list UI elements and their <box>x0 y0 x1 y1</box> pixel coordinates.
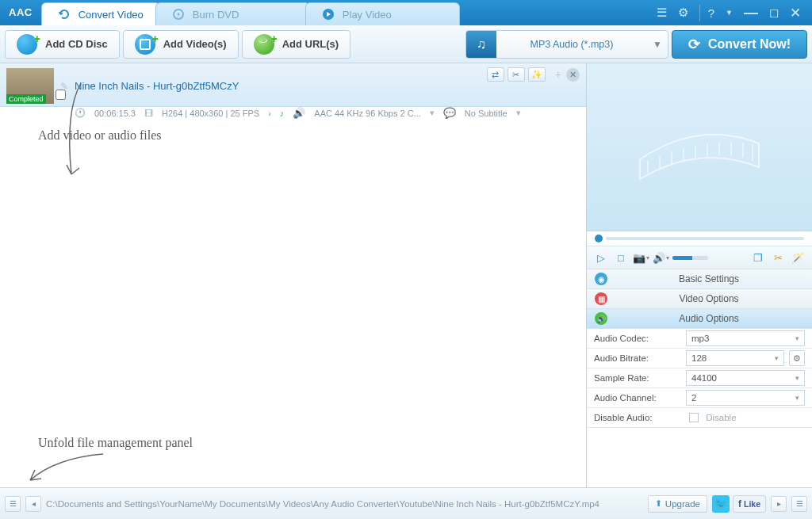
play-small-icon: ♪ <box>280 109 285 118</box>
media-controls: ▷ □ 📷 🔊 ❐ ✂ 🪄 <box>587 246 812 269</box>
chevron-down-icon[interactable]: ▼ <box>722 7 736 18</box>
stop-icon[interactable]: □ <box>613 250 629 265</box>
button-label: Convert Now! <box>708 37 791 52</box>
tab-burn-dvd[interactable]: Burn DVD <box>155 2 310 25</box>
progress-row <box>587 231 812 246</box>
video-meta: H264 | 480x360 | 25 FPS <box>162 109 259 118</box>
main-area: Completed ✎ Nine Inch Nails - Hurt-g0bZt… <box>0 63 812 487</box>
file-list-panel: Completed ✎ Nine Inch Nails - Hurt-g0bZt… <box>0 63 587 487</box>
remove-icon[interactable]: ✕ <box>566 68 580 82</box>
progress-handle[interactable] <box>595 235 603 242</box>
sample-rate-select[interactable]: 44100▾ <box>686 370 805 386</box>
plus-icon[interactable]: + <box>555 68 561 81</box>
audio-channel-row: Audio Channel: 2▾ <box>587 388 812 408</box>
right-panel: ▷ □ 📷 🔊 ❐ ✂ 🪄 ◉ Basic Settings ▦ Video O… <box>587 63 812 487</box>
annotation-arrow-2 <box>24 450 111 486</box>
disable-audio-checkbox[interactable] <box>689 413 699 422</box>
status-bar: ☰ ◂ C:\Documents and Settings\YourName\M… <box>0 487 812 519</box>
close-icon[interactable]: ✕ <box>787 3 804 23</box>
speaker-icon: 🔊 <box>595 312 607 325</box>
refresh-icon: ⟳ <box>688 36 700 53</box>
help-icon[interactable]: ? <box>699 5 718 21</box>
cut-icon[interactable]: ✂ <box>508 67 525 82</box>
sample-rate-row: Sample Rate: 44100▾ <box>587 368 812 388</box>
app-logo: AAC <box>0 0 41 25</box>
next-icon[interactable]: ▸ <box>771 496 787 512</box>
copy-icon[interactable]: ❐ <box>750 250 766 265</box>
subtitle-icon: 💬 <box>443 107 456 119</box>
gear-icon[interactable]: ⚙ <box>789 350 805 366</box>
duration: 00:06:15.3 <box>94 109 136 118</box>
output-format-select[interactable]: ♫ MP3 Audio (*.mp3) ▼ <box>465 30 668 59</box>
upgrade-button[interactable]: ⬆ Upgrade <box>648 495 707 513</box>
social-buttons: 🐦 f Like <box>712 495 766 513</box>
chevron-down-icon: ▼ <box>647 39 668 50</box>
tab-label: Convert Video <box>79 9 144 21</box>
audio-codec-select[interactable]: mp3▾ <box>686 330 805 346</box>
film-plus-icon <box>135 34 155 55</box>
format-value: MP3 Audio (*.mp3) <box>496 39 647 50</box>
video-options-tab[interactable]: ▦ Video Options <box>587 289 812 309</box>
list-icon[interactable]: ☰ <box>653 4 670 21</box>
panel-toggle-right-icon[interactable]: ☰ <box>791 496 807 512</box>
music-note-icon: ♫ <box>466 31 496 58</box>
progress-track[interactable] <box>606 237 804 240</box>
audio-options-tab[interactable]: 🔊 Audio Options <box>587 309 812 329</box>
tab-convert-video[interactable]: Convert Video <box>41 2 160 25</box>
tab-play-video[interactable]: Play Video <box>305 2 460 25</box>
status-badge: Completed <box>6 94 46 104</box>
chevron-down-icon[interactable]: ▾ <box>430 108 435 118</box>
checkbox-label: Disable <box>706 413 736 422</box>
panel-toggle-icon[interactable]: ☰ <box>5 496 21 512</box>
disc-plus-icon <box>17 34 37 55</box>
audio-channel-select[interactable]: 2▾ <box>686 390 805 406</box>
film-roll-icon <box>632 112 767 183</box>
window-controls: ☰ ⚙ ? ▼ — ◻ ✕ <box>653 0 812 25</box>
speaker-icon: 🔊 <box>293 107 305 119</box>
audio-bitrate-row: Audio Bitrate: 128▾ ⚙ <box>587 349 812 368</box>
convert-now-button[interactable]: ⟳ Convert Now! <box>672 30 807 59</box>
setting-label: Sample Rate: <box>594 373 681 383</box>
twitter-icon[interactable]: 🐦 <box>712 495 730 513</box>
chevron-down-icon[interactable]: ▾ <box>516 108 521 118</box>
minimize-icon[interactable]: — <box>741 3 761 23</box>
audio-meta: AAC 44 KHz 96 Kbps 2 C... <box>314 109 421 118</box>
disc-icon <box>172 8 185 21</box>
tab-label: Audio Options <box>614 313 804 324</box>
audio-codec-row: Audio Codec: mp3▾ <box>587 329 812 349</box>
button-label: Upgrade <box>665 499 700 509</box>
film-icon: ▦ <box>595 292 607 305</box>
button-label: Add URL(s) <box>282 38 339 50</box>
add-videos-button[interactable]: Add Video(s) <box>123 30 239 59</box>
setting-label: Audio Bitrate: <box>594 353 681 363</box>
swap-icon[interactable]: ⇄ <box>487 67 504 82</box>
button-label: Like <box>744 499 760 509</box>
tab-label: Video Options <box>614 293 804 304</box>
prev-icon[interactable]: ◂ <box>25 496 41 512</box>
preview-pane <box>587 63 812 231</box>
basic-settings-tab[interactable]: ◉ Basic Settings <box>587 269 812 289</box>
film-icon: 🎞 <box>144 109 153 118</box>
annotation-add-files: Add video or audio files <box>38 128 162 143</box>
wand-icon[interactable]: 🪄 <box>790 250 806 265</box>
button-label: Add CD Disc <box>45 38 108 50</box>
snapshot-icon[interactable]: 📷 <box>633 250 649 265</box>
globe-plus-icon <box>254 34 274 55</box>
add-cd-disc-button[interactable]: Add CD Disc <box>5 30 120 59</box>
svg-point-1 <box>177 13 179 16</box>
audio-bitrate-select[interactable]: 128▾ <box>686 350 784 366</box>
play-icon[interactable]: ▷ <box>593 250 609 265</box>
subtitle-text: No Subtitle <box>465 109 508 118</box>
setting-label: Disable Audio: <box>594 413 681 422</box>
add-urls-button[interactable]: Add URL(s) <box>242 30 351 59</box>
tab-label: Burn DVD <box>193 9 239 21</box>
maximize-icon[interactable]: ◻ <box>766 4 782 21</box>
gear-icon[interactable]: ⚙ <box>675 4 691 21</box>
wand-icon[interactable]: ✨ <box>528 67 546 82</box>
globe-icon: ◉ <box>595 273 607 285</box>
volume-slider[interactable] <box>672 256 708 260</box>
cut-icon[interactable]: ✂ <box>770 250 786 265</box>
facebook-icon: f <box>738 498 741 509</box>
facebook-like-button[interactable]: f Like <box>733 495 766 513</box>
volume-icon[interactable]: 🔊 <box>653 250 668 265</box>
